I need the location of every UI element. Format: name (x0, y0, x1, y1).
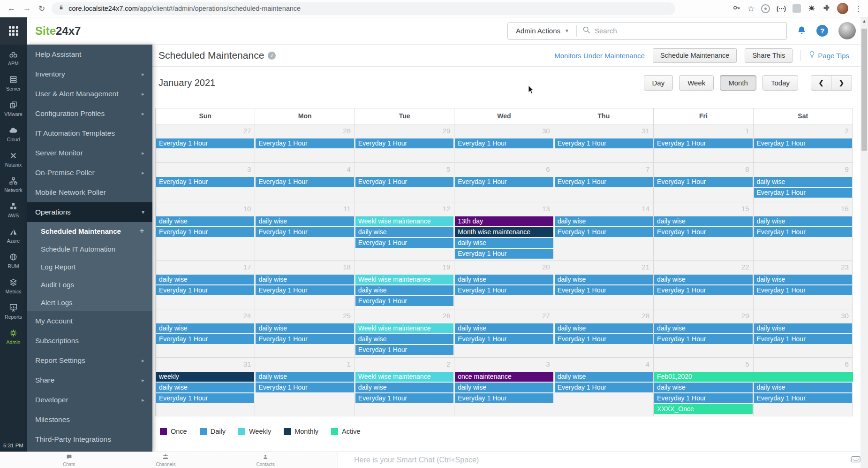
event-bar[interactable]: 13th day (455, 216, 553, 226)
event-bar[interactable]: daily wise (355, 383, 453, 392)
view-button-week[interactable]: Week (679, 75, 714, 91)
event-bar[interactable]: Everyday 1 Hour (355, 345, 453, 355)
event-bar[interactable]: daily wise (256, 216, 354, 226)
event-bar[interactable]: Everyday 1 Hour (455, 138, 553, 148)
event-bar[interactable]: daily wise (555, 216, 653, 226)
day-cell[interactable]: 1313th dayMonth wise maintenancedaily wi… (454, 202, 553, 260)
extension-icon-3[interactable] (793, 4, 801, 13)
event-bar[interactable]: Everyday 1 Hour (754, 393, 852, 403)
next-period-button[interactable]: ❯ (831, 75, 852, 91)
bookmark-star-icon[interactable]: ☆ (747, 4, 755, 14)
day-cell[interactable]: 10daily wiseEveryday 1 Hour (156, 202, 255, 260)
view-button-month[interactable]: Month (720, 75, 756, 91)
day-cell[interactable]: 1daily wiseEveryday 1 Hour (255, 358, 354, 416)
day-cell[interactable]: 31weeklydaily wiseEveryday 1 Hour (156, 358, 255, 416)
event-bar[interactable]: Weekl wise maintenance (355, 372, 453, 382)
today-button[interactable]: Today (762, 75, 798, 91)
event-bar[interactable]: daily wise (654, 275, 752, 284)
info-icon[interactable]: i (268, 52, 276, 60)
event-bar[interactable]: Weekl wise maintenance (355, 216, 453, 226)
day-cell[interactable]: 19Weekl wise maintenancedaily wiseEveryd… (355, 261, 454, 309)
event-bar[interactable]: Everyday 1 Hour (256, 383, 354, 392)
event-bar[interactable]: Everyday 1 Hour (754, 285, 852, 295)
event-bar[interactable]: daily wise (754, 177, 852, 187)
day-cell[interactable]: 25daily wiseEveryday 1 Hour (255, 309, 354, 357)
vertical-scrollbar[interactable]: ▲ (860, 17, 868, 468)
schedule-maintenance-button[interactable]: Schedule Maintenance (653, 48, 737, 63)
password-key-icon[interactable] (732, 3, 741, 14)
day-cell[interactable]: 24daily wiseEveryday 1 Hour (156, 309, 255, 357)
event-bar[interactable]: Everyday 1 Hour (754, 334, 852, 344)
event-bar[interactable]: daily wise (455, 275, 553, 284)
menu-item-audit-logs[interactable]: Audit Logs (27, 276, 152, 293)
extensions-puzzle-icon[interactable] (823, 4, 830, 14)
search-input[interactable] (595, 27, 781, 35)
event-bar[interactable]: Everyday 1 Hour (355, 138, 453, 148)
smart-chat-input[interactable] (354, 456, 851, 464)
event-bar[interactable]: daily wise (256, 275, 354, 284)
day-cell[interactable]: 21daily wiseEveryday 1 Hour (554, 261, 653, 309)
day-cell[interactable]: 30Everyday 1 Hour (454, 124, 553, 162)
event-bar[interactable]: Everyday 1 Hour (555, 227, 653, 237)
scrollbar-thumb[interactable] (861, 29, 867, 151)
chat-tab-contacts[interactable]: Contacts (257, 453, 275, 467)
event-bar[interactable]: Everyday 1 Hour (355, 177, 453, 187)
day-cell[interactable]: 7Everyday 1 Hour (554, 163, 653, 202)
view-button-day[interactable]: Day (644, 75, 673, 91)
menu-item-scheduled-maintenance[interactable]: Scheduled Maintenance+ (27, 222, 152, 240)
rail-item-vmware[interactable]: VMware (0, 95, 27, 121)
day-cell[interactable]: 20daily wiseEveryday 1 Hour (454, 261, 553, 309)
menu-item-configuration-profiles[interactable]: Configuration Profiles▸ (27, 104, 152, 123)
browser-profile-avatar[interactable] (837, 3, 848, 14)
event-bar[interactable]: Everyday 1 Hour (256, 334, 354, 344)
day-cell[interactable]: 28daily wiseEveryday 1 Hour (554, 309, 653, 357)
event-bar[interactable]: Everyday 1 Hour (555, 285, 653, 295)
add-scheduled-maintenance-button[interactable]: + (139, 226, 144, 236)
event-bar[interactable]: Weekl wise maintenance (355, 275, 453, 284)
monitors-under-maintenance-link[interactable]: Monitors Under Maintenance (554, 52, 645, 60)
day-cell[interactable]: 11daily wiseEveryday 1 Hour (255, 202, 354, 260)
event-bar[interactable]: Everyday 1 Hour (654, 334, 752, 344)
event-bar[interactable]: daily wise (654, 383, 752, 392)
event-bar[interactable]: Everyday 1 Hour (654, 227, 752, 237)
event-bar[interactable]: Everyday 1 Hour (754, 227, 852, 237)
event-bar[interactable]: daily wise (156, 216, 254, 226)
event-bar[interactable]: Everyday 1 Hour (754, 138, 852, 148)
menu-item-alert-logs[interactable]: Alert Logs (27, 293, 152, 311)
event-bar[interactable]: daily wise (555, 323, 653, 333)
event-bar[interactable]: daily wise (754, 383, 852, 392)
day-cell[interactable]: 8Everyday 1 Hour (653, 163, 753, 202)
rail-item-network[interactable]: Network (0, 171, 27, 197)
event-bar[interactable]: daily wise (455, 383, 553, 392)
day-cell[interactable]: 30daily wiseEveryday 1 Hour (753, 309, 853, 357)
day-cell[interactable]: 12Weekl wise maintenancedaily wiseEveryd… (355, 202, 454, 260)
menu-item-developer[interactable]: Developer▸ (27, 390, 152, 410)
day-cell[interactable]: 4Everyday 1 Hour (255, 163, 354, 202)
event-bar[interactable]: Month wise maintenance (455, 227, 553, 237)
event-bar[interactable]: Everyday 1 Hour (654, 138, 752, 148)
event-bar[interactable]: Everyday 1 Hour (555, 383, 653, 392)
rail-item-server[interactable]: Server (0, 70, 27, 95)
event-bar[interactable]: once maintenance (455, 372, 553, 382)
chat-tab-channels[interactable]: Channels (156, 453, 175, 467)
rail-item-metrics[interactable]: Metrics (0, 273, 27, 298)
event-bar[interactable]: Everyday 1 Hour (156, 227, 254, 237)
event-bar[interactable]: daily wise (654, 323, 752, 333)
day-cell[interactable]: 4daily wiseEveryday 1 Hour (554, 358, 653, 416)
keyboard-icon[interactable] (851, 456, 860, 465)
rail-item-reports[interactable]: Reports (0, 298, 27, 323)
event-bar[interactable]: daily wise (355, 227, 453, 237)
day-cell[interactable]: 23daily wiseEveryday 1 Hour (753, 261, 853, 309)
event-bar[interactable]: Everyday 1 Hour (654, 393, 752, 403)
event-bar[interactable]: daily wise (654, 216, 752, 226)
event-bar[interactable]: Everyday 1 Hour (654, 285, 752, 295)
event-bar[interactable]: daily wise (455, 238, 553, 248)
event-bar[interactable]: Everyday 1 Hour (754, 188, 852, 198)
day-cell[interactable]: 14daily wiseEveryday 1 Hour (554, 202, 653, 260)
event-bar[interactable]: daily wise (754, 216, 852, 226)
menu-item-log-report[interactable]: Log Report (27, 258, 152, 276)
app-grid-icon[interactable] (0, 17, 27, 45)
menu-item-mobile-network-poller[interactable]: Mobile Network Poller (27, 183, 152, 202)
menu-item-third-party-integrations[interactable]: Third-Party Integrations (27, 430, 152, 449)
menu-item-inventory[interactable]: Inventory▸ (27, 64, 152, 84)
